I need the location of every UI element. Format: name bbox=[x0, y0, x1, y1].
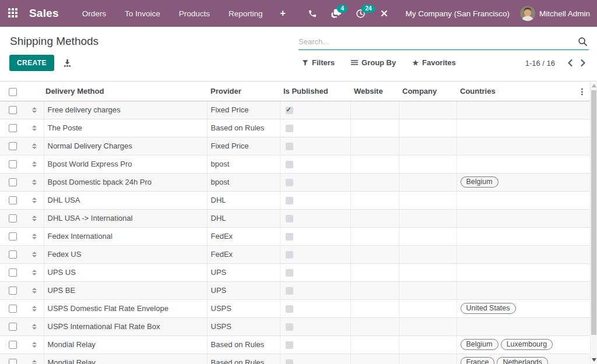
drag-handle-icon[interactable] bbox=[26, 234, 44, 239]
table-row[interactable]: The Poste Based on Rules bbox=[0, 119, 590, 137]
row-checkbox[interactable] bbox=[9, 359, 17, 364]
column-header-website[interactable]: Website bbox=[350, 82, 399, 101]
row-name[interactable]: Normal Delivery Charges bbox=[44, 137, 207, 155]
row-provider[interactable]: USPS bbox=[207, 299, 280, 317]
row-provider[interactable]: FedEx bbox=[207, 245, 280, 263]
row-checkbox[interactable] bbox=[9, 323, 17, 331]
published-checkbox[interactable] bbox=[286, 197, 293, 204]
messages-button[interactable]: 4 bbox=[324, 4, 349, 23]
row-provider[interactable]: FedEx bbox=[207, 227, 280, 245]
row-checkbox[interactable] bbox=[9, 124, 17, 132]
search-input[interactable] bbox=[298, 37, 577, 46]
vertical-scrollbar[interactable] bbox=[590, 82, 597, 364]
column-header-is-published[interactable]: Is Published bbox=[280, 82, 350, 101]
row-provider[interactable]: Based on Rules bbox=[207, 119, 280, 137]
row-name[interactable]: DHL USA -> International bbox=[44, 209, 207, 227]
optional-columns-button[interactable]: ⋮ bbox=[574, 82, 590, 101]
row-provider[interactable]: Based on Rules bbox=[207, 335, 280, 354]
published-checkbox[interactable] bbox=[286, 233, 293, 241]
row-checkbox[interactable] bbox=[9, 196, 17, 204]
table-row[interactable]: Mondial Relay Based on Rules FranceNethe… bbox=[0, 354, 590, 364]
drag-handle-icon[interactable] bbox=[26, 288, 44, 294]
row-name[interactable]: Bpost Domestic bpack 24h Pro bbox=[44, 173, 207, 191]
drag-handle-icon[interactable] bbox=[26, 324, 44, 330]
column-header-company[interactable]: Company bbox=[399, 82, 456, 101]
table-row[interactable]: USPS International Flat Rate Box USPS bbox=[0, 317, 590, 335]
table-row[interactable]: Fedex International FedEx bbox=[0, 227, 590, 245]
company-switcher[interactable]: My Company (San Francisco) bbox=[405, 9, 510, 18]
published-checkbox[interactable] bbox=[286, 359, 293, 364]
tools-button[interactable] bbox=[373, 4, 396, 23]
scroll-up-arrow-icon[interactable] bbox=[592, 84, 596, 87]
row-checkbox[interactable] bbox=[9, 214, 17, 222]
column-header-countries[interactable]: Countries bbox=[456, 82, 574, 101]
row-checkbox[interactable] bbox=[9, 268, 17, 277]
published-checkbox[interactable] bbox=[286, 269, 293, 277]
apps-grid-icon[interactable] bbox=[8, 8, 19, 19]
pager-range[interactable]: 1-16 / 16 bbox=[525, 59, 555, 68]
column-header-delivery-method[interactable]: Delivery Method bbox=[44, 82, 207, 101]
table-row[interactable]: Free delivery charges Fixed Price bbox=[0, 101, 590, 119]
row-provider[interactable]: DHL bbox=[207, 191, 280, 209]
drag-handle-icon[interactable] bbox=[26, 270, 44, 275]
nav-plus-button[interactable]: + bbox=[272, 2, 294, 24]
row-name[interactable]: USPS International Flat Rate Box bbox=[44, 317, 207, 335]
row-checkbox[interactable] bbox=[9, 178, 17, 186]
row-checkbox[interactable] bbox=[9, 232, 17, 241]
published-checkbox[interactable] bbox=[286, 161, 293, 168]
nav-item-orders[interactable]: Orders bbox=[73, 2, 115, 26]
published-checkbox[interactable] bbox=[286, 305, 293, 313]
table-row[interactable]: USPS Domestic Flat Rate Envelope USPS Un… bbox=[0, 299, 590, 317]
published-checkbox[interactable] bbox=[286, 251, 293, 259]
row-provider[interactable]: Based on Rules bbox=[207, 354, 280, 364]
drag-handle-icon[interactable] bbox=[26, 215, 44, 221]
published-checkbox[interactable] bbox=[286, 125, 293, 132]
drag-handle-icon[interactable] bbox=[26, 342, 44, 348]
nav-item-products[interactable]: Products bbox=[170, 2, 219, 26]
published-checkbox[interactable] bbox=[286, 323, 293, 331]
download-button[interactable] bbox=[63, 59, 72, 68]
group-by-button[interactable]: Group By bbox=[351, 58, 396, 67]
row-provider[interactable]: bpost bbox=[207, 155, 280, 173]
drag-handle-icon[interactable] bbox=[26, 197, 44, 203]
row-name[interactable]: Mondial Relay bbox=[44, 335, 207, 354]
row-name[interactable]: UPS US bbox=[44, 263, 207, 281]
drag-handle-icon[interactable] bbox=[26, 252, 44, 257]
row-name[interactable]: Fedex International bbox=[44, 227, 207, 245]
drag-handle-icon[interactable] bbox=[26, 360, 44, 364]
row-provider[interactable]: USPS bbox=[207, 317, 280, 335]
user-menu[interactable]: Mitchell Admin bbox=[520, 6, 590, 21]
row-name[interactable]: The Poste bbox=[44, 119, 207, 137]
row-checkbox[interactable] bbox=[9, 341, 17, 349]
table-row[interactable]: Bpost World Express Pro bpost bbox=[0, 155, 590, 173]
row-name[interactable]: USPS Domestic Flat Rate Envelope bbox=[44, 299, 207, 317]
voip-phone-button[interactable] bbox=[301, 4, 324, 23]
row-provider[interactable]: Fixed Price bbox=[207, 137, 280, 155]
row-checkbox[interactable] bbox=[9, 142, 17, 150]
row-provider[interactable]: DHL bbox=[207, 209, 280, 227]
published-checkbox[interactable] bbox=[286, 287, 293, 295]
published-checkbox[interactable] bbox=[286, 341, 293, 349]
table-row[interactable]: Normal Delivery Charges Fixed Price bbox=[0, 137, 590, 155]
activities-button[interactable]: 24 bbox=[349, 4, 373, 23]
drag-handle-icon[interactable] bbox=[26, 143, 44, 149]
table-row[interactable]: DHL USA DHL bbox=[0, 191, 590, 209]
table-row[interactable]: UPS BE UPS bbox=[0, 281, 590, 299]
row-provider[interactable]: bpost bbox=[207, 173, 280, 191]
favorites-button[interactable]: ★ Favorites bbox=[412, 58, 456, 67]
table-row[interactable]: Mondial Relay Based on Rules BelgiumLuxe… bbox=[0, 335, 590, 354]
scrollbar-thumb[interactable] bbox=[591, 90, 596, 335]
published-checkbox[interactable] bbox=[286, 215, 293, 222]
select-all-checkbox[interactable] bbox=[9, 88, 17, 96]
nav-item-to-invoice[interactable]: To Invoice bbox=[115, 2, 170, 26]
row-name[interactable]: Fedex US bbox=[44, 245, 207, 263]
published-checkbox[interactable] bbox=[286, 143, 293, 150]
filters-button[interactable]: Filters bbox=[302, 58, 335, 67]
drag-handle-icon[interactable] bbox=[26, 107, 44, 113]
row-provider[interactable]: Fixed Price bbox=[207, 101, 280, 119]
drag-handle-icon[interactable] bbox=[26, 306, 44, 312]
row-name[interactable]: Mondial Relay bbox=[44, 354, 207, 364]
create-button[interactable]: CREATE bbox=[9, 55, 54, 71]
pager-previous-button[interactable] bbox=[563, 57, 577, 69]
row-name[interactable]: DHL USA bbox=[44, 191, 207, 209]
